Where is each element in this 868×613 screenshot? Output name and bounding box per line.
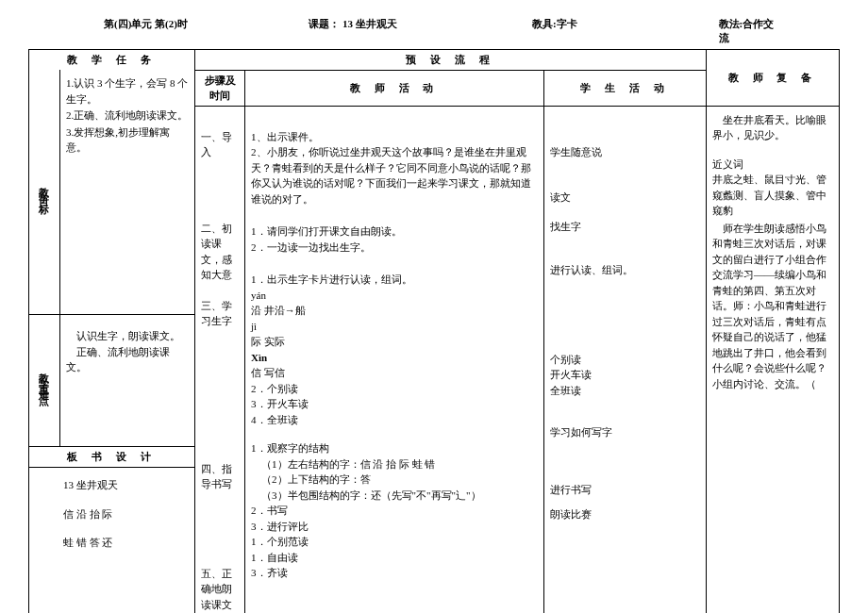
teacher-cell: 1、出示课件。 2、小朋友，你听说过坐井观天这个故事吗？是谁坐在井里观天？青蛙看… [245, 106, 544, 613]
student-cell: 学生随意说 读文 找生字 进行认读、组词。 个别读 开火车读 全班读 学习如何写… [544, 106, 707, 613]
keypoint-content: 认识生字，朗读课文。 正确、流利地朗读课文。 [60, 315, 195, 447]
flow-header: 预 设 流 程 [195, 50, 707, 71]
steps-header: 步骤及时间 [195, 70, 245, 106]
goal-content: 1.认识 3 个生字，会写 8 个生字。 2.正确、流利地朗读课文。 3.发挥想… [60, 70, 195, 315]
goal-label: 教学目标 [29, 70, 60, 315]
board-header: 板 书 设 计 [29, 447, 195, 468]
board-content: 13 坐井观天 信 沿 抬 际 蛙 错 答 还 [29, 468, 195, 614]
header-method: 教法:合作交流 [719, 17, 783, 45]
lesson-plan-table: 教 学 任 务 预 设 流 程 教 师 复 备 教学目标 1.认识 3 个生字，… [28, 49, 840, 613]
steps-cell: 一、导入 二、初读课文，感知大意 三、学习生字 四、指导书写 五、正确地朗读课文 [195, 106, 245, 613]
keypoint-label: 教学重难点 [29, 315, 60, 447]
task-header: 教 学 任 务 [29, 50, 195, 71]
teacher-act-header: 教 师 活 动 [245, 70, 544, 106]
header-aid: 教具:字卡 [532, 17, 662, 45]
header-unit: 第(四)单元 第(2)时 [104, 17, 252, 45]
notes-cell: 坐在井底看天。比喻眼界小，见识少。 近义词 井底之蛙、鼠目寸光、管窥蠡测、盲人摸… [707, 106, 840, 613]
student-act-header: 学 生 活 动 [544, 70, 707, 106]
header-topic: 课题： 13 坐井观天 [309, 17, 476, 45]
notes-header: 教 师 复 备 [707, 50, 840, 107]
